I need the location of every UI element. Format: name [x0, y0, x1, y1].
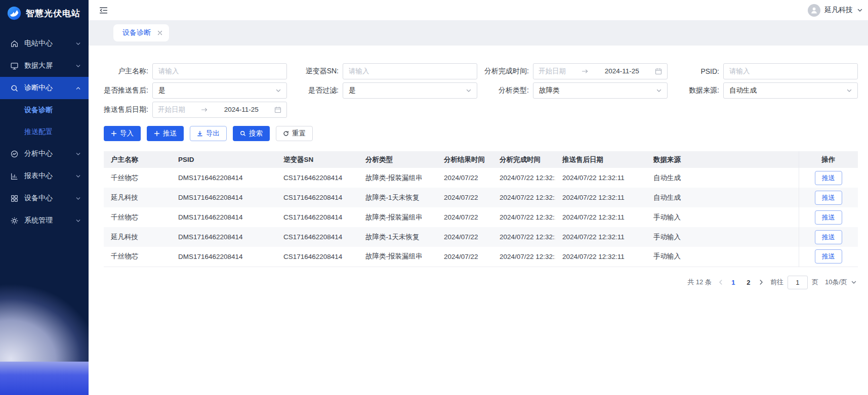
row-push-button[interactable]: 推送	[815, 249, 842, 264]
filter-inverter-sn: 逆变器SN:	[294, 62, 477, 80]
table-cell: 自动生成	[646, 168, 799, 188]
sidebar-item-report-center[interactable]: 报表中心	[0, 165, 89, 187]
table-row: 延凡科技DMS1716462208414CS1716462208414故障类-1…	[104, 188, 858, 207]
goto-label: 前往	[770, 278, 783, 287]
column-header: 分析结果时间	[437, 151, 492, 168]
table-cell-action: 推送	[799, 188, 858, 207]
table-cell: DMS1716462208414	[171, 188, 276, 207]
page-number-1[interactable]: 1	[730, 279, 737, 286]
push-after-sale-date-range-picker[interactable]: 开始日期 2024-11-25	[152, 102, 287, 118]
table-cell: DMS1716462208414	[171, 247, 276, 267]
table-cell: 故障类-报装漏组串	[358, 207, 437, 227]
data-source-label: 数据来源:	[675, 86, 723, 95]
table-cell: 千丝物芯	[104, 247, 171, 267]
range-end-value: 2024-11-25	[605, 67, 639, 75]
reset-button[interactable]: 重置	[276, 126, 313, 141]
avatar	[808, 4, 820, 17]
sidebar-subitem-device-diagnosis[interactable]: 设备诊断	[0, 99, 89, 121]
user-name: 延凡科技	[824, 6, 853, 15]
table-header-row: 户主名称PSID逆变器SN分析类型分析结果时间分析完成时间推送售后日期数据来源操…	[104, 151, 858, 168]
calendar-icon	[655, 68, 662, 75]
filter-push-after-sale-date: 推送售后日期: 开始日期 2024-11-25	[104, 101, 287, 118]
filter-is-filtered: 是否过滤: 是	[294, 81, 477, 99]
table-cell: CS1716462208414	[276, 207, 358, 227]
import-button[interactable]: 导入	[104, 126, 141, 141]
user-menu[interactable]: 延凡科技	[808, 4, 863, 17]
search-icon	[240, 130, 246, 137]
sidebar-item-analysis-center[interactable]: 分析中心	[0, 143, 89, 165]
select-value: 自动生成	[729, 86, 757, 95]
psid-input[interactable]	[723, 63, 858, 79]
analysis-type-select[interactable]: 故障类	[533, 82, 668, 99]
sidebar-menu: 电站中心数据大屏诊断中心设备诊断推送配置分析中心报表中心设备中心系统管理	[0, 32, 89, 232]
filter-owner-name: 户主名称:	[104, 62, 287, 80]
select-value: 是	[349, 86, 356, 95]
diagnosis-table: 户主名称PSID逆变器SN分析类型分析结果时间分析完成时间推送售后日期数据来源操…	[104, 151, 858, 267]
is-filtered-select[interactable]: 是	[343, 82, 477, 99]
owner-name-input[interactable]	[152, 63, 287, 79]
column-header: 分析完成时间	[492, 151, 555, 168]
column-header: 数据来源	[646, 151, 799, 168]
chevron-down-icon	[75, 41, 81, 47]
row-push-button[interactable]: 推送	[815, 230, 842, 244]
report-icon	[10, 172, 19, 181]
chevron-down-icon	[75, 173, 81, 179]
inverter-sn-input[interactable]	[343, 63, 477, 79]
topbar: 延凡科技	[89, 0, 868, 20]
row-push-button[interactable]: 推送	[815, 171, 842, 185]
table-cell: 手动输入	[646, 207, 799, 227]
sidebar-item-data-screen[interactable]: 数据大屏	[0, 55, 89, 77]
filter-push-after-sale: 是否推送售后: 是	[104, 81, 287, 99]
row-push-button[interactable]: 推送	[815, 210, 842, 225]
collapse-sidebar-button[interactable]	[99, 6, 108, 15]
prev-page-button[interactable]	[718, 279, 723, 285]
page-content: 户主名称: 逆变器SN: 分析完成时间: 开始日期 2024-11-25	[89, 46, 868, 395]
table-cell: 2024/07/22 12:32:11	[555, 168, 646, 188]
table-cell: 2024/07/22	[437, 247, 492, 267]
sidebar-item-label: 诊断中心	[24, 83, 75, 93]
table-cell: 2024/07/22 12:32:11	[492, 227, 555, 247]
chevron-down-icon	[846, 87, 852, 94]
sidebar-item-label: 数据大屏	[24, 61, 75, 70]
push-button[interactable]: 推送	[147, 126, 184, 141]
select-value: 是	[158, 86, 166, 95]
analysis-icon	[10, 150, 19, 158]
page-size-select[interactable]: 10条/页	[825, 278, 857, 287]
analysis-complete-time-label: 分析完成时间:	[484, 67, 533, 76]
chevron-down-icon	[656, 87, 662, 94]
table-cell: 延凡科技	[104, 227, 171, 247]
analysis-complete-time-range-picker[interactable]: 开始日期 2024-11-25	[533, 63, 668, 79]
sidebar-item-device-center[interactable]: 设备中心	[0, 187, 89, 209]
table-cell: DMS1716462208414	[171, 227, 276, 247]
sidebar-item-system-management[interactable]: 系统管理	[0, 209, 89, 232]
push-after-sale-select[interactable]: 是	[152, 82, 287, 99]
plus-icon	[111, 130, 117, 137]
sidebar-decoration-bottom	[0, 362, 89, 395]
table-cell-action: 推送	[799, 207, 858, 227]
main-area: 延凡科技 设备诊断 户主名称: 逆变器SN:	[89, 0, 868, 395]
row-push-button[interactable]: 推送	[815, 191, 842, 205]
export-button[interactable]: 导出	[190, 126, 227, 141]
arrow-right-icon	[582, 69, 589, 74]
next-page-button[interactable]	[759, 279, 764, 285]
table-cell: 2024/07/22	[437, 207, 492, 227]
column-header: 推送售后日期	[555, 151, 646, 168]
goto-page-input[interactable]	[788, 276, 808, 289]
sidebar-item-station-center[interactable]: 电站中心	[0, 32, 89, 55]
chevron-up-icon	[75, 85, 81, 91]
table-cell: 故障类-1天未恢复	[358, 188, 437, 207]
sidebar-subitem-push-config[interactable]: 推送配置	[0, 121, 89, 143]
chevron-down-icon	[857, 7, 863, 13]
sidebar-item-diagnosis-center[interactable]: 诊断中心	[0, 77, 89, 99]
table-cell: 2024/07/22 12:32:11	[555, 188, 646, 207]
page-number-2[interactable]: 2	[745, 279, 752, 286]
is-filtered-label: 是否过滤:	[294, 86, 343, 95]
close-tab-icon[interactable]	[157, 30, 162, 35]
tab-device-diagnosis[interactable]: 设备诊断	[113, 24, 169, 41]
page-numbers: 12	[730, 279, 752, 286]
search-button[interactable]: 搜索	[233, 126, 270, 141]
app-title: 智慧光伏电站	[26, 8, 80, 19]
plus-icon	[154, 130, 160, 137]
data-source-select[interactable]: 自动生成	[723, 82, 858, 99]
goto-page: 前往 页	[770, 276, 818, 289]
